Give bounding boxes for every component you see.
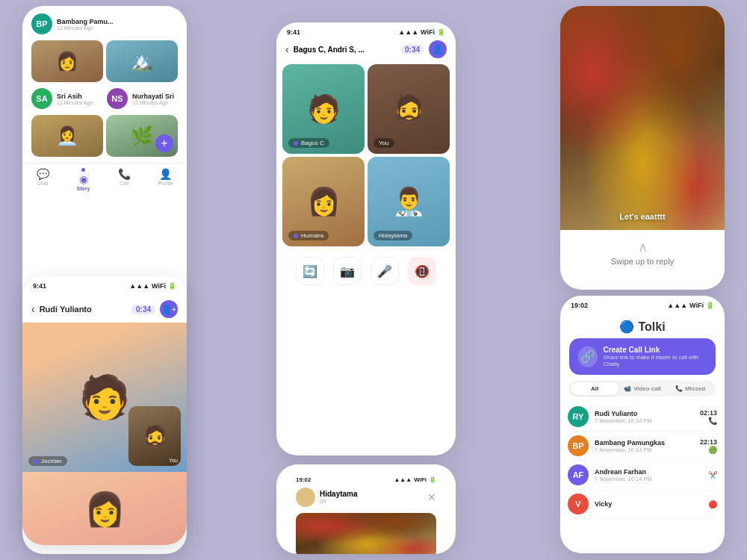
thumb-2[interactable]: 🏔️ <box>106 40 178 82</box>
add-participant-button[interactable]: 👤+ <box>160 300 178 318</box>
video-cell-hidaytama[interactable]: 👨‍⚕️ Hidaytama <box>368 157 450 246</box>
create-call-title: Create Call Link <box>604 346 707 354</box>
nav-profile[interactable]: 👤 Profile <box>158 168 173 191</box>
thumb-1[interactable]: 👩 <box>31 40 103 82</box>
food-photo <box>560 6 725 230</box>
avatar-nur: NS <box>107 88 128 109</box>
contact-name-bambang: Bambang Pamu... <box>57 18 114 25</box>
participant-name-tag: Jocirlan <box>28 456 67 466</box>
tolki-card: 19:02 ▲▲▲ WiFi 🔋 🔵 Tolki 🔗 Create Call L… <box>560 296 725 553</box>
mic-active-dot <box>34 459 38 464</box>
notif-time: 19:02 <box>296 476 311 483</box>
tolki-app-name: Tolki <box>638 320 665 334</box>
add-story-button[interactable]: + <box>155 134 173 152</box>
avatar-rudi-log: RY <box>568 406 589 427</box>
mute-button[interactable]: 🎤 <box>371 257 399 285</box>
call-log-vicky[interactable]: V Vicky 🔴 <box>568 490 717 519</box>
group-back-arrow-icon[interactable]: ‹ <box>285 43 289 55</box>
name-tag-you: You <box>374 138 394 148</box>
contact-time-sri: 12 Minutes Ago <box>57 100 93 105</box>
name-tag-humaira: Humaira <box>288 231 329 240</box>
toggle-camera-button[interactable]: 📷 <box>333 257 362 285</box>
nav-chat[interactable]: 💬 Chat <box>37 168 49 191</box>
call-timer: 0:34 <box>131 305 155 314</box>
notif-sender-name: Hidaytama <box>320 490 358 498</box>
notification-card: 19:02 ▲▲▲ WiFi 🔋 Hidaytama 3h ✕ <box>276 464 456 554</box>
group-call-status-bar: 9:41 ▲▲▲ WiFi 🔋 <box>276 22 456 39</box>
contact-time-bambang: 12 Minutes Ago <box>57 25 114 31</box>
bottom-nav: 💬 Chat ◉ Story 📞 Call 👤 Profile <box>22 163 187 199</box>
contact-time-nur: 12 Minutes Ago <box>132 100 174 105</box>
avatar-vicky-log: V <box>568 494 589 514</box>
call-log-andrean[interactable]: AF Andrean Farhan 7 November, 16:14 PM ✂… <box>568 461 717 490</box>
contact-name-nur: Nurhayati Sri <box>132 93 174 100</box>
tab-all[interactable]: All <box>571 382 619 395</box>
call-log-rudi-info: Rudi Yulianto 7 November, 16:14 PM <box>595 410 694 424</box>
avatar-andrean-log: AF <box>568 464 589 485</box>
flip-camera-button[interactable]: 🔄 <box>296 257 324 285</box>
create-call-subtitle: Share link to make it easier to call wit… <box>604 354 707 367</box>
end-call-button[interactable]: 📵 <box>408 257 436 285</box>
close-notification-button[interactable]: ✕ <box>427 491 436 503</box>
contact-name-sri: Sri Asih <box>57 93 93 100</box>
name-tag-bagus: Bagus C <box>288 138 329 148</box>
group-call-header: ‹ Bagus C, Andri S, ... 0:34 👤 <box>276 39 456 64</box>
back-arrow-icon[interactable]: ‹ <box>31 303 35 315</box>
status-bar: 9:41 ▲▲▲ WiFi 🔋 <box>22 276 187 293</box>
group-status-icons: ▲▲▲ WiFi 🔋 <box>398 28 445 36</box>
call-log-bambang[interactable]: BP Bambang Pamungkas 7 November, 16:14 P… <box>568 432 717 461</box>
call-icon: 📞 <box>118 168 131 180</box>
call-log-rudi[interactable]: RY Rudi Yulianto 7 November, 16:14 PM 02… <box>568 402 717 432</box>
call-log-bambang-info: Bambang Pamungkas 7 November, 16:14 PM <box>595 439 694 453</box>
create-call-button[interactable]: 🔗 Create Call Link Share link to make it… <box>569 338 716 375</box>
notif-sender: Hidaytama 3h <box>296 488 358 507</box>
video-cell-bagus[interactable]: 🧑 Bagus C <box>282 64 365 154</box>
tolki-header: 🔵 Tolki <box>560 312 725 338</box>
avatar-bambang: BP <box>31 13 52 34</box>
call-log-vicky-info: Vicky <box>595 500 702 508</box>
tab-missed[interactable]: 📞 Missed <box>666 382 714 395</box>
story-card: Let's eaatttt ∧ Swipe up to reply <box>560 6 725 290</box>
call-in-icon-bambang: 🟢 <box>700 446 717 454</box>
second-video-feed: 👩 <box>22 472 187 545</box>
contact-row-nur[interactable]: NS Nurhayati Sri 12 Minutes Ago <box>107 88 178 111</box>
thumb-4[interactable]: 🌿 + <box>106 115 178 157</box>
contact-row-1[interactable]: BP Bambang Pamu... 12 Minutes Ago <box>31 13 178 34</box>
pip-video[interactable]: 🧔 You <box>128 406 181 466</box>
story-icon: ◉ <box>79 173 88 185</box>
chat-icon: 💬 <box>37 168 49 180</box>
video-cell-you[interactable]: 🧔 You <box>368 64 450 154</box>
call-icon-vicky: 🔴 <box>708 500 717 508</box>
avatar-sri: SA <box>31 88 52 109</box>
call-out-icon-rudi: 📞 <box>700 417 717 425</box>
story-caption: Let's eaatttt <box>560 212 725 221</box>
group-call-name: Bagus C, Andri S, ... <box>294 46 396 54</box>
name-tag-hidaytama: Hidaytama <box>374 231 412 240</box>
group-call-timer: 0:34 <box>400 45 424 55</box>
nav-story[interactable]: ◉ Story <box>77 168 90 191</box>
thumb-grid-1: 👩 🏔️ <box>31 40 178 82</box>
main-video-feed: 🧑 Jocirlan 🧔 You <box>22 323 187 472</box>
notif-image <box>296 513 436 554</box>
nav-call[interactable]: 📞 Call <box>118 168 131 191</box>
pip-label: You <box>169 458 178 463</box>
group-call-card: 9:41 ▲▲▲ WiFi 🔋 ‹ Bagus C, Andri S, ... … <box>276 22 456 455</box>
call-header: ‹ Rudi Yulianto 0:34 👤+ <box>22 293 187 323</box>
call-contact-name: Rudi Yulianto <box>40 305 127 314</box>
tab-video-call[interactable]: 📹 Video call <box>619 382 666 395</box>
notif-header: Hidaytama 3h ✕ <box>296 488 436 507</box>
video-cell-humaira[interactable]: 👩 Humaira <box>282 157 365 246</box>
tolki-status-icons: ▲▲▲ WiFi 🔋 <box>667 302 714 309</box>
contact-row-sri[interactable]: SA Sri Asih 12 Minutes Ago <box>31 88 102 111</box>
status-icons: ▲▲▲ WiFi 🔋 <box>129 282 176 290</box>
story-active-dot <box>81 168 85 172</box>
video-call-2p-card: 9:41 ▲▲▲ WiFi 🔋 ‹ Rudi Yulianto 0:34 👤+ … <box>22 276 187 545</box>
swipe-hint[interactable]: ∧ Swipe up to reply <box>560 230 725 272</box>
notif-avatar <box>296 488 315 507</box>
thumb-3[interactable]: 👩‍💼 <box>31 115 103 157</box>
tolki-status-bar: 19:02 ▲▲▲ WiFi 🔋 <box>560 296 725 312</box>
group-add-participant-button[interactable]: 👤 <box>429 40 447 58</box>
swipe-up-icon: ∧ <box>560 239 725 255</box>
tolki-logo-icon: 🔵 <box>619 320 634 334</box>
avatar-bambang-log: BP <box>568 435 589 456</box>
